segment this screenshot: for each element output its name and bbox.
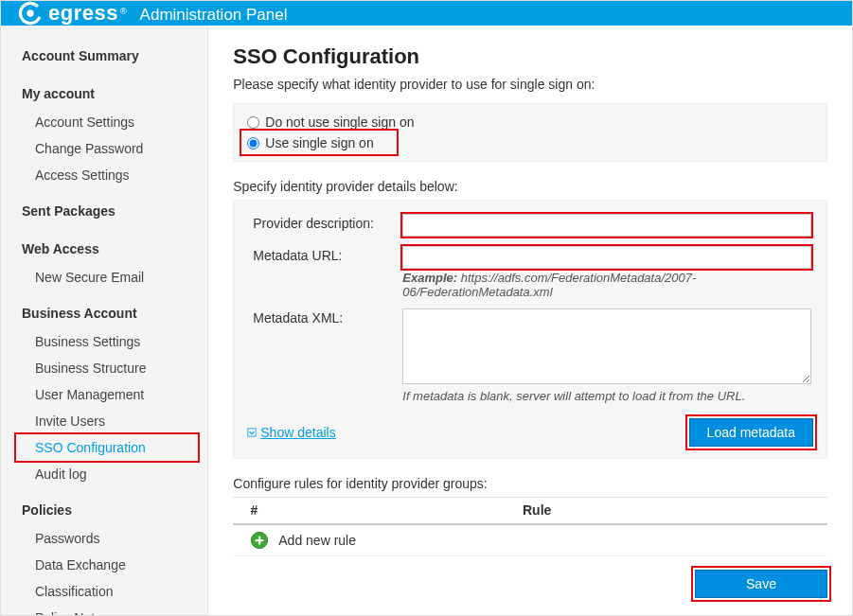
identity-provider-panel: Provider description: Metadata URL:: [233, 200, 827, 459]
sidebar-section-account-summary[interactable]: Account Summary: [1, 43, 207, 71]
sidebar-section-my-account: My account: [1, 80, 207, 109]
metadata-url-input[interactable]: [402, 246, 811, 269]
show-details-toggle[interactable]: Show details: [247, 425, 335, 440]
rules-table: # Rule: [233, 497, 827, 556]
sidebar-item-new-secure-email[interactable]: New Secure Email: [1, 264, 207, 290]
radio-sso-off-label[interactable]: Do not use single sign on: [265, 114, 414, 130]
metadata-xml-label: Metadata XML:: [249, 305, 400, 407]
load-metadata-button[interactable]: Load metadata: [689, 418, 813, 447]
sidebar-item-business-structure[interactable]: Business Structure: [1, 355, 207, 381]
table-row: Add new rule: [233, 524, 827, 556]
sidebar-item-passwords[interactable]: Passwords: [1, 525, 207, 552]
panel-subtitle: Administration Panel: [140, 6, 288, 25]
add-icon: [250, 531, 269, 550]
sidebar-item-classification[interactable]: Classification: [1, 578, 207, 605]
radio-sso-on-label[interactable]: Use single sign on: [265, 135, 373, 150]
sidebar-item-change-password[interactable]: Change Password: [1, 135, 207, 162]
sidebar-item-business-settings[interactable]: Business Settings: [1, 328, 207, 355]
svg-point-1: [27, 9, 33, 16]
sidebar-section-sent-packages[interactable]: Sent Packages: [1, 198, 207, 226]
rules-header: Configure rules for identity provider gr…: [233, 476, 827, 491]
save-button[interactable]: Save: [695, 570, 827, 598]
metadata-url-label: Metadata URL:: [249, 242, 400, 303]
show-details-label: Show details: [260, 425, 335, 440]
radio-sso-off[interactable]: [247, 116, 259, 129]
sso-instruction: Please specify what identity provider to…: [233, 77, 827, 92]
app-header: egress® Administration Panel: [1, 1, 852, 26]
sidebar-item-account-settings[interactable]: Account Settings: [1, 109, 207, 135]
col-index: #: [233, 498, 275, 524]
sidebar: Account Summary My account Account Setti…: [1, 26, 208, 616]
metadata-url-hint: Example: https://adfs.com/FederationMeta…: [402, 271, 811, 299]
sidebar-section-web-access: Web Access: [1, 236, 207, 264]
page-title: SSO Configuration: [233, 44, 827, 69]
details-header: Specify identity provider details below:: [233, 179, 827, 194]
main-content: SSO Configuration Please specify what id…: [208, 26, 852, 616]
svg-rect-5: [258, 536, 260, 544]
egress-logo-icon: [18, 1, 43, 26]
sidebar-section-business-account: Business Account: [1, 300, 207, 328]
chevron-down-icon: [247, 428, 257, 437]
brand-name: egress®: [48, 1, 127, 26]
sidebar-item-invite-users[interactable]: Invite Users: [1, 408, 207, 434]
sidebar-item-access-settings[interactable]: Access Settings: [1, 162, 207, 188]
sidebar-section-policies: Policies: [1, 497, 207, 525]
add-new-rule-label: Add new rule: [278, 533, 356, 548]
metadata-xml-hint: If metadata is blank, server will attemp…: [402, 389, 811, 403]
sso-mode-panel: Do not use single sign on Use single sig…: [233, 103, 827, 162]
brand-logo: egress®: [18, 1, 127, 26]
sidebar-item-audit-log[interactable]: Audit log: [1, 461, 207, 487]
svg-rect-2: [248, 429, 256, 436]
provider-description-label: Provider description:: [249, 210, 400, 240]
sidebar-item-data-exchange[interactable]: Data Exchange: [1, 552, 207, 578]
sidebar-item-policy-notes[interactable]: Policy Notes: [1, 605, 207, 616]
sidebar-item-sso-configuration[interactable]: SSO Configuration: [1, 434, 207, 461]
col-rule: Rule: [275, 498, 799, 524]
sidebar-item-user-management[interactable]: User Management: [1, 381, 207, 408]
radio-sso-on[interactable]: [247, 137, 259, 150]
add-new-rule[interactable]: Add new rule: [233, 531, 827, 550]
provider-description-input[interactable]: [402, 214, 811, 237]
metadata-xml-textarea[interactable]: [402, 308, 811, 384]
